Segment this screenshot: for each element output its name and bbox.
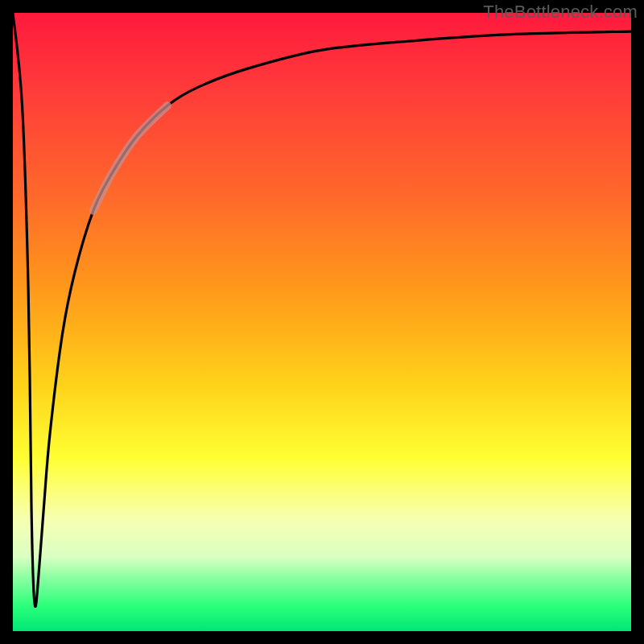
chart-frame: TheBottleneck.com [0,0,644,644]
plot-area [13,13,631,631]
